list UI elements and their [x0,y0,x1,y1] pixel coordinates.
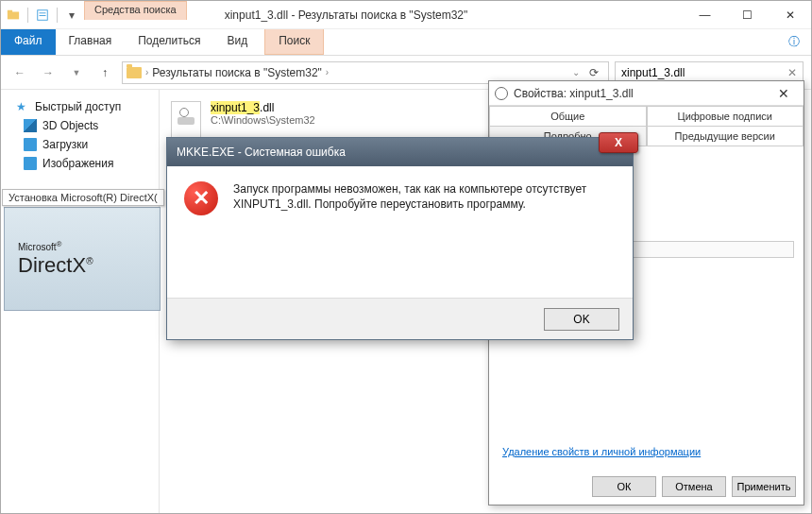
tab-file[interactable]: Файл [1,29,56,55]
qat-chevron-icon[interactable]: ▾ [65,9,78,22]
chevron-down-icon[interactable]: ⌄ [572,67,580,77]
nav-history-chevron-icon[interactable]: ▼ [65,61,88,84]
star-icon: ★ [16,100,29,113]
chevron-right-icon: › [326,67,329,77]
nav-forward-button[interactable]: → [37,61,59,84]
qat: ▾ [1,8,78,23]
error-message: Запуск программы невозможен, так как на … [233,181,616,215]
tab-search[interactable]: Поиск [264,29,324,55]
sep [57,8,58,23]
refresh-icon[interactable]: ⟳ [584,66,604,79]
folder-icon [7,9,20,22]
tab-previous-versions[interactable]: Предыдущие версии [647,126,804,146]
sidebar-item-downloads[interactable]: Загрузки [5,135,155,154]
sep [27,8,28,23]
nav-back-button[interactable]: ← [8,61,31,84]
svg-rect-3 [40,12,46,13]
props-icon[interactable] [36,9,49,22]
window-title: xinput1_3.dll - Результаты поиска в "Sys… [225,9,468,22]
error-icon: ✕ [184,181,218,215]
titlebar: ▾ Средства поиска xinput1_3.dll - Резуль… [1,1,811,29]
close-button[interactable]: ✕ [769,2,811,28]
sidebar-quick-access[interactable]: ★ Быстрый доступ [5,97,155,116]
error-footer: OK [167,298,633,339]
sidebar-label: Быстрый доступ [35,100,121,113]
props-close-button[interactable]: ✕ [770,86,798,101]
error-close-button[interactable]: X [599,132,638,153]
directx-installer-panel: Microsoft® DirectX® [4,207,161,311]
tab-home[interactable]: Главная [56,29,126,55]
image-icon [24,157,37,170]
search-tools-hint: Средства поиска [84,1,187,20]
search-input[interactable] [621,66,784,79]
maximize-button[interactable]: ☐ [726,2,769,28]
file-name: xinput1_3.dll [211,101,315,114]
apply-button[interactable]: Применить [732,476,796,497]
breadcrumb[interactable]: Результаты поиска в "System32" [152,66,322,79]
tab-view[interactable]: Вид [213,29,261,55]
props-titlebar[interactable]: Свойства: xinput1_3.dll ✕ [489,81,804,106]
folder-icon [127,67,142,78]
props-buttons: ОК Отмена Применить [592,476,796,497]
sidebar-item-label: Загрузки [42,138,88,151]
svg-rect-4 [40,15,46,16]
remove-props-link[interactable]: Удаление свойств и личной информации [502,446,701,457]
nav-up-button[interactable]: ↑ [93,61,116,84]
error-titlebar[interactable]: MKKE.EXE - Системная ошибка [167,138,633,166]
tab-general[interactable]: Общие [489,106,647,126]
sidebar-item-pictures[interactable]: Изображения [5,154,155,173]
ribbon-expand-icon[interactable]: ⓘ [777,29,811,55]
error-body: ✕ Запуск программы невозможен, так как н… [167,166,633,231]
minimize-button[interactable]: — [684,2,726,28]
download-icon [24,138,37,151]
tab-signatures[interactable]: Цифровые подписи [647,106,804,126]
svg-rect-0 [8,11,19,19]
window-controls: — ☐ ✕ [684,2,811,28]
microsoft-label: Microsoft® [18,240,160,252]
sidebar-item-3dobjects[interactable]: 3D Objects [5,116,155,135]
dll-file-icon [171,101,201,139]
ok-button[interactable]: ОК [592,476,656,497]
cancel-button[interactable]: Отмена [662,476,726,497]
clear-search-icon[interactable]: ✕ [787,66,797,79]
error-title: MKKE.EXE - Системная ошибка [177,146,346,159]
tab-share[interactable]: Поделиться [125,29,213,55]
sidebar-item-label: Изображения [42,157,113,170]
file-path: C:\Windows\System32 [211,114,315,126]
gear-icon [495,87,508,100]
ribbon: Файл Главная Поделиться Вид Поиск ⓘ [1,29,811,56]
directx-label: DirectX® [18,253,160,278]
ok-button[interactable]: OK [544,308,619,331]
sidebar-item-label: 3D Objects [42,119,98,132]
chevron-right-icon: › [145,67,148,77]
error-dialog: MKKE.EXE - Системная ошибка X ✕ Запуск п… [166,137,634,340]
svg-rect-1 [8,9,12,12]
props-title: Свойства: xinput1_3.dll [514,87,634,100]
cube-icon [24,119,37,132]
tooltip: Установка Microsoft(R) DirectX( [2,189,164,206]
